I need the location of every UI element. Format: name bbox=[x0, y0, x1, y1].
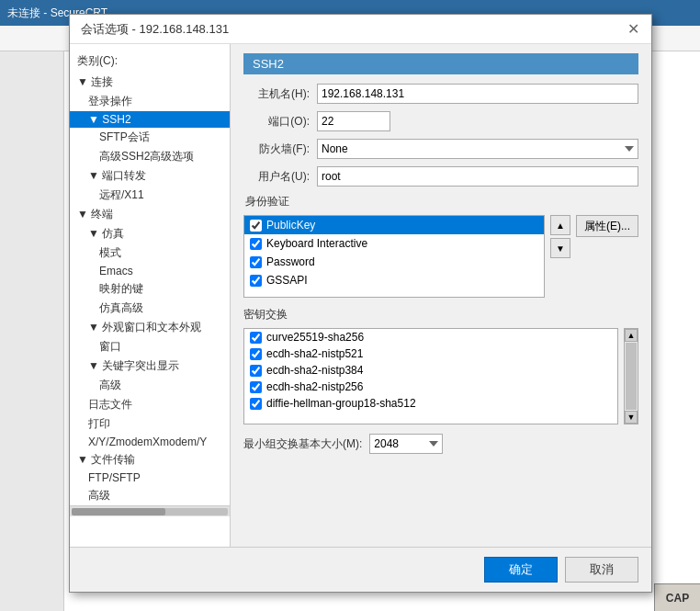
tree-item-sftp[interactable]: SFTP会话 bbox=[70, 128, 230, 147]
auth-scroll-down-btn[interactable]: ▼ bbox=[550, 238, 570, 258]
cap-indicator: CAP bbox=[654, 583, 700, 611]
tree-item-modes[interactable]: 模式 bbox=[70, 243, 230, 263]
tree-item-emulation[interactable]: ▼ 仿真 bbox=[70, 224, 230, 243]
tree-item-appearance[interactable]: ▼ 外观窗口和文本外观 bbox=[70, 318, 230, 337]
auth-checkbox-password[interactable] bbox=[250, 256, 262, 268]
tree-item-terminal[interactable]: ▼ 终端 bbox=[70, 205, 230, 224]
kex-scroll-up-btn[interactable]: ▲ bbox=[625, 329, 638, 342]
kex-list-box: curve25519-sha256 ecdh-sha2-nistp521 ecd… bbox=[243, 328, 618, 424]
ok-button[interactable]: 确定 bbox=[484, 557, 558, 583]
kex-label-ecdh256: ecdh-sha2-nistp256 bbox=[266, 380, 363, 393]
auth-container: PublicKey Keyboard Interactive Password … bbox=[243, 215, 638, 298]
tree-item-port-forward[interactable]: ▼ 端口转发 bbox=[70, 166, 230, 186]
kex-section-label: 密钥交换 bbox=[243, 307, 638, 322]
auth-label-gssapi: GSSAPI bbox=[266, 274, 308, 287]
content-panel: SSH2 主机名(H): 端口(O): 防火墙(F): None 用户名(U): bbox=[231, 44, 651, 547]
hostname-row: 主机名(H): bbox=[243, 84, 638, 104]
kex-label-diffie: diffie-hellman-group18-sha512 bbox=[266, 397, 416, 410]
category-label: 类别(C): bbox=[70, 51, 230, 71]
port-label: 端口(O): bbox=[243, 114, 317, 130]
dialog-titlebar: 会话选项 - 192.168.148.131 ✕ bbox=[70, 15, 651, 44]
port-row: 端口(O): bbox=[243, 111, 638, 131]
kex-checkbox-ecdh256[interactable] bbox=[250, 381, 262, 393]
properties-button[interactable]: 属性(E)... bbox=[576, 215, 638, 237]
kex-container: curve25519-sha256 ecdh-sha2-nistp521 ecd… bbox=[243, 328, 638, 424]
min-group-select[interactable]: 2048 1024 4096 bbox=[369, 434, 443, 454]
kex-list-wrapper: curve25519-sha256 ecdh-sha2-nistp521 ecd… bbox=[243, 328, 618, 424]
auth-checkbox-keyboard[interactable] bbox=[250, 238, 262, 250]
tree-item-advanced[interactable]: 高级 bbox=[70, 376, 230, 395]
auth-checkbox-gssapi[interactable] bbox=[250, 275, 262, 287]
username-input[interactable] bbox=[317, 166, 638, 187]
tree-scrollbar[interactable] bbox=[70, 505, 230, 516]
tree-item-window[interactable]: 窗口 bbox=[70, 337, 230, 356]
kex-label-curve25519: curve25519-sha256 bbox=[266, 331, 364, 344]
port-input[interactable] bbox=[317, 111, 390, 131]
tree-item-remote-x11[interactable]: 远程/X11 bbox=[70, 186, 230, 205]
hostname-label: 主机名(H): bbox=[243, 86, 317, 102]
kex-item-ecdh256[interactable]: ecdh-sha2-nistp256 bbox=[244, 379, 617, 395]
dialog-footer: 确定 取消 bbox=[70, 547, 651, 592]
auth-item-gssapi[interactable]: GSSAPI bbox=[244, 271, 544, 289]
kex-scroll-thumb[interactable] bbox=[626, 343, 637, 410]
tree-item-login-op[interactable]: 登录操作 bbox=[70, 92, 230, 111]
dialog-body: 类别(C): ▼ 连接 登录操作 ▼ SSH2 SFTP会话 高级SSH2高级选… bbox=[70, 44, 651, 547]
tree-item-advanced2[interactable]: 高级 bbox=[70, 486, 230, 505]
tree-item-emacs[interactable]: Emacs bbox=[70, 263, 230, 279]
tree-panel: 类别(C): ▼ 连接 登录操作 ▼ SSH2 SFTP会话 高级SSH2高级选… bbox=[70, 44, 231, 547]
tree-item-highlight[interactable]: ▼ 关键字突出显示 bbox=[70, 356, 230, 376]
tree-item-ssh2[interactable]: ▼ SSH2 bbox=[70, 111, 230, 128]
kex-checkbox-ecdh384[interactable] bbox=[250, 365, 262, 377]
username-label: 用户名(U): bbox=[243, 169, 317, 185]
min-group-row: 最小组交换基本大小(M): 2048 1024 4096 bbox=[243, 434, 638, 454]
session-options-dialog: 会话选项 - 192.168.148.131 ✕ 类别(C): ▼ 连接 登录操… bbox=[69, 14, 652, 593]
cap-label: CAP bbox=[666, 592, 689, 605]
kex-label-ecdh521: ecdh-sha2-nistp521 bbox=[266, 347, 363, 360]
tree-item-connect[interactable]: ▼ 连接 bbox=[70, 73, 230, 92]
kex-label-ecdh384: ecdh-sha2-nistp384 bbox=[266, 364, 363, 377]
tree-item-logfile[interactable]: 日志文件 bbox=[70, 395, 230, 414]
hostname-input[interactable] bbox=[317, 84, 638, 104]
auth-scroll-up-btn[interactable]: ▲ bbox=[550, 215, 570, 235]
tree-item-mapped-keys[interactable]: 映射的键 bbox=[70, 279, 230, 299]
auth-section-label: 身份验证 bbox=[243, 194, 638, 209]
auth-label-password: Password bbox=[266, 255, 315, 268]
tree-item-print[interactable]: 打印 bbox=[70, 414, 230, 434]
dialog-close-button[interactable]: ✕ bbox=[622, 18, 644, 40]
auth-label-publickey: PublicKey bbox=[266, 219, 315, 232]
min-group-label: 最小组交换基本大小(M): bbox=[243, 436, 362, 452]
auth-scroll-buttons: ▲ ▼ bbox=[550, 215, 570, 298]
kex-item-ecdh521[interactable]: ecdh-sha2-nistp521 bbox=[244, 345, 617, 362]
firewall-label: 防火墙(F): bbox=[243, 141, 317, 157]
kex-item-ecdh384[interactable]: ecdh-sha2-nistp384 bbox=[244, 362, 617, 379]
kex-checkbox-diffie[interactable] bbox=[250, 398, 262, 410]
dialog-title: 会话选项 - 192.168.148.131 bbox=[81, 21, 229, 38]
kex-checkbox-ecdh521[interactable] bbox=[250, 348, 262, 360]
section-header: SSH2 bbox=[243, 53, 638, 74]
firewall-row: 防火墙(F): None bbox=[243, 139, 638, 159]
cancel-button[interactable]: 取消 bbox=[565, 557, 638, 583]
props-btn-container: 属性(E)... bbox=[576, 215, 638, 298]
tree-item-ftp-sftp[interactable]: FTP/SFTP bbox=[70, 470, 230, 486]
tree-item-xyz[interactable]: X/Y/ZmodemXmodem/Y bbox=[70, 434, 230, 450]
auth-list-box: PublicKey Keyboard Interactive Password … bbox=[243, 215, 545, 298]
tree-item-ssh2-advanced[interactable]: 高级SSH2高级选项 bbox=[70, 147, 230, 166]
auth-item-keyboard[interactable]: Keyboard Interactive bbox=[244, 234, 544, 253]
kex-item-diffie[interactable]: diffie-hellman-group18-sha512 bbox=[244, 395, 617, 412]
firewall-select[interactable]: None bbox=[317, 139, 638, 159]
kex-scrollbar[interactable]: ▲ ▼ bbox=[624, 328, 638, 424]
auth-item-publickey[interactable]: PublicKey bbox=[244, 216, 544, 234]
tree-item-emul-advanced[interactable]: 仿真高级 bbox=[70, 299, 230, 318]
kex-item-curve25519[interactable]: curve25519-sha256 bbox=[244, 329, 617, 345]
auth-checkbox-publickey[interactable] bbox=[250, 220, 262, 232]
auth-item-password[interactable]: Password bbox=[244, 253, 544, 271]
username-row: 用户名(U): bbox=[243, 166, 638, 187]
tree-item-filetransfer[interactable]: ▼ 文件传输 bbox=[70, 450, 230, 470]
kex-scroll-down-btn[interactable]: ▼ bbox=[625, 411, 638, 424]
bg-sidebar bbox=[0, 51, 64, 611]
kex-checkbox-curve25519[interactable] bbox=[250, 332, 262, 344]
auth-label-keyboard: Keyboard Interactive bbox=[266, 237, 367, 250]
